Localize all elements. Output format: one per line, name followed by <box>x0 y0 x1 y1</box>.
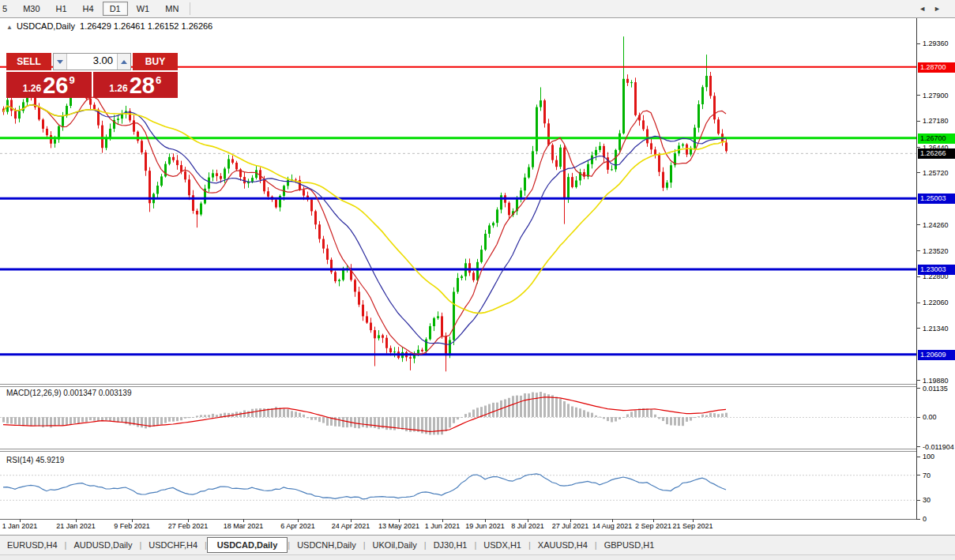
axis-tick-dash <box>917 446 920 447</box>
bid-price-sup: 9 <box>69 74 74 86</box>
chart-tab-gbpusd[interactable]: GBPUSD,H1 <box>597 538 662 552</box>
date-tick-dash <box>188 519 189 522</box>
price-tick-label: 0.00 <box>923 413 937 421</box>
date-tick-dash <box>442 519 443 522</box>
date-tick-label: 19 Jun 2021 <box>465 522 505 530</box>
price-tick-label: 1.25720 <box>923 169 949 177</box>
date-tick-dash <box>653 519 654 522</box>
price-tick-label: 1.19880 <box>923 377 949 385</box>
macd-indicator-label: MACD(12,26,9) 0.001347 0.003139 <box>6 389 131 397</box>
date-tick-label: 1 Jun 2021 <box>425 522 461 530</box>
volume-increase-button[interactable] <box>117 54 130 70</box>
date-tick-dash <box>693 519 694 522</box>
chart-tab-bar: EURUSD,H4|AUDUSD,Daily|USDCHF,H4|USDCAD,… <box>0 535 955 554</box>
price-tick-label: 1.27180 <box>923 117 949 125</box>
date-tick-label: 1 Jan 2021 <box>2 522 38 530</box>
price-level-label: 1.28700 <box>918 62 955 73</box>
axis-tick-dash <box>917 95 920 96</box>
axis-tick-dash <box>917 43 920 44</box>
date-tick-label: 6 Apr 2021 <box>280 522 315 530</box>
axis-tick-dash <box>917 519 920 520</box>
axis-tick-dash <box>917 224 920 225</box>
price-tick-label: 1.24260 <box>923 221 949 229</box>
volume-decrease-button[interactable] <box>54 54 67 70</box>
tab-scroll-left-icon[interactable]: ◄ <box>919 5 934 13</box>
chart-symbol-title: USDCAD,Daily <box>17 21 75 31</box>
timeframe-button-d1[interactable]: D1 <box>103 2 128 16</box>
date-tick-label: 14 Aug 2021 <box>592 522 633 530</box>
price-tick-label: 1.29360 <box>923 39 949 47</box>
axis-tick-dash <box>917 276 920 277</box>
volume-stepper: 3.00 <box>53 53 131 70</box>
date-tick-dash <box>399 519 400 522</box>
date-tick-label: 13 May 2021 <box>378 522 419 530</box>
price-tick-label: 70 <box>923 472 931 479</box>
axis-tick-dash <box>917 172 920 173</box>
bid-price-display[interactable]: 1.26269 <box>6 72 92 98</box>
date-tick-dash <box>298 519 299 522</box>
volume-input[interactable]: 3.00 <box>67 54 117 70</box>
date-tick-label: 27 Feb 2021 <box>168 522 209 530</box>
chart-tab-audusd[interactable]: AUDUSD,Daily <box>66 538 139 552</box>
timeframe-button-5[interactable]: 5 <box>0 2 14 16</box>
timeframe-button-m30[interactable]: M30 <box>16 2 47 16</box>
chart-tab-dj30[interactable]: DJ30,H1 <box>427 538 475 552</box>
bottom-strip <box>0 554 955 560</box>
price-level-label: 1.20609 <box>918 350 955 360</box>
date-tick-dash <box>243 519 244 522</box>
chart-tab-xauusd[interactable]: XAUUSD,H4 <box>531 538 595 552</box>
axis-tick-dash <box>917 250 920 251</box>
chart-tab-eurusd[interactable]: EURUSD,H4 <box>0 538 65 552</box>
toolbar-separator <box>190 2 190 15</box>
timeframe-toolbar: 5M30H1H4D1W1MN <box>0 0 955 18</box>
axis-tick-dash <box>917 417 920 418</box>
date-tick-label: 18 Mar 2021 <box>224 522 264 530</box>
date-tick-label: 24 Apr 2021 <box>332 522 370 530</box>
ask-price-sup: 6 <box>156 74 161 86</box>
collapse-triangle-icon[interactable]: ▲ <box>6 24 13 31</box>
axis-tick-dash <box>917 303 920 303</box>
date-tick-label: 9 Feb 2021 <box>114 522 150 530</box>
chart-tab-ukoil[interactable]: UKOil,Daily <box>366 538 424 552</box>
timeframe-button-h4[interactable]: H4 <box>76 2 101 16</box>
price-level-label: 1.26266 <box>918 148 955 159</box>
tab-scroll-arrows: ◄► <box>919 5 949 13</box>
price-tick-label: 1.27900 <box>923 92 949 100</box>
date-tick-dash <box>20 519 21 522</box>
chart-tab-usdchf[interactable]: USDCHF,H4 <box>141 538 205 552</box>
chart-tab-usdcnh[interactable]: USDCNH,Daily <box>290 538 363 552</box>
price-tick-label: -0.011904 <box>923 443 954 451</box>
price-tick-label: 1.23520 <box>923 247 949 255</box>
axis-tick-dash <box>917 457 920 457</box>
timeframe-button-mn[interactable]: MN <box>158 2 186 16</box>
price-tick-label: 100 <box>923 453 934 460</box>
axis-tick-dash <box>917 147 920 148</box>
timeframe-button-w1[interactable]: W1 <box>130 2 157 16</box>
triangle-up-icon <box>121 60 127 64</box>
date-axis: 1 Jan 202121 Jan 20219 Feb 202127 Feb 20… <box>0 520 916 534</box>
date-tick-label: 27 Jul 2021 <box>552 522 589 530</box>
chart-tab-usdcad[interactable]: USDCAD,Daily <box>207 537 288 553</box>
trading-terminal-window: 5M30H1H4D1W1MN ▲USDCAD,Daily 1.26429 1.2… <box>0 0 955 560</box>
date-tick-label: 21 Jan 2021 <box>56 522 96 530</box>
chart-tab-usdx[interactable]: USDX,H1 <box>476 538 528 552</box>
axis-tick-dash <box>917 500 920 501</box>
axis-tick-dash <box>917 121 920 122</box>
price-tick-label: 1.21340 <box>923 325 949 333</box>
buy-button[interactable]: BUY <box>133 53 178 70</box>
date-tick-label: 8 Jul 2021 <box>511 522 544 530</box>
sell-button[interactable]: SELL <box>6 53 51 70</box>
price-level-label: 1.25003 <box>918 194 955 204</box>
price-tick-label: 30 <box>923 496 931 504</box>
date-tick-dash <box>528 519 528 522</box>
ask-price-big: 28 <box>130 74 155 97</box>
price-axis: 1.293601.279001.271801.264401.257201.242… <box>916 18 955 520</box>
timeframe-button-h1[interactable]: H1 <box>49 2 74 16</box>
tab-scroll-right-icon[interactable]: ► <box>934 5 949 13</box>
chart-symbol-header: ▲USDCAD,Daily 1.26429 1.26461 1.26152 1.… <box>6 21 212 31</box>
ask-price-display[interactable]: 1.26286 <box>93 72 179 98</box>
price-level-label: 1.23003 <box>918 265 955 275</box>
rsi-indicator-label: RSI(14) 45.9219 <box>6 456 64 464</box>
date-tick-label: 2 Sep 2021 <box>635 522 671 530</box>
date-tick-dash <box>132 519 133 522</box>
